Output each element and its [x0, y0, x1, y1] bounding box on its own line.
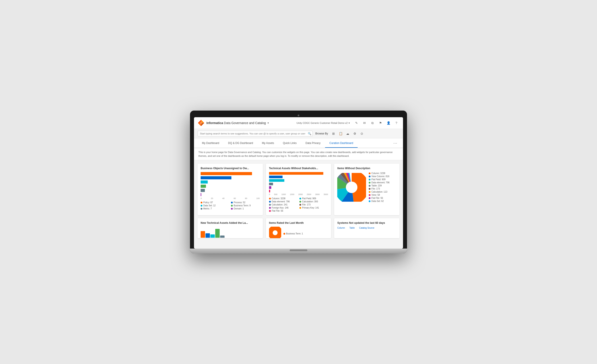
app-title: Informatica Data Governance and Catalog — [206, 121, 266, 125]
widget-5-title: Items Rated the Last Month — [269, 221, 328, 224]
widget-business-objects: Business Objects Unassigned to Ow... — [197, 164, 263, 215]
col-header-1: Column — [337, 227, 345, 229]
browse-icons: ⊞ 📋 ☁ ⚙ ⊙ — [331, 131, 365, 136]
laptop-screen: Informatica Data Governance and Catalog … — [194, 117, 403, 249]
pie-legend-5: Table: 239 — [369, 184, 396, 187]
legend-item-1: Policy: 87 — [201, 201, 229, 204]
informatica-logo — [197, 119, 204, 127]
legend-item-3: Data Set: 12 — [201, 204, 229, 207]
dashboard-info: This is your home page for Data Governan… — [194, 148, 403, 160]
ta-legend-2: Flat Field: 909 — [299, 197, 328, 200]
pie-legend-3: Flat Field: 909 — [369, 178, 396, 181]
items-rated-legend: Business Term: 1 — [283, 232, 324, 235]
bar-chart-1: 020406080100 — [201, 172, 260, 199]
widget-technical-assets: Technical Assets Without Stakeholds... — [266, 164, 331, 215]
items-rated-content: Business Term: 1 — [269, 227, 328, 238]
bar-row-2 — [201, 176, 260, 179]
laptop-bottom — [190, 249, 407, 253]
pie-legend-4: Data element: 796 — [369, 181, 396, 184]
search-bar: 🔍 Browse By ⊞ 📋 ☁ ⚙ ⊙ — [194, 129, 403, 138]
bar-fill-1 — [201, 172, 252, 175]
flag-icon-btn[interactable]: ⚑ — [377, 120, 384, 126]
copy-icon-btn[interactable]: ⧉ — [369, 120, 376, 126]
help-icon-btn[interactable]: ? — [393, 120, 400, 126]
tab-my-dashboard[interactable]: My Dashboard — [197, 139, 224, 148]
hbar-fill-4 — [269, 183, 273, 185]
tab-quick-links[interactable]: Quick Links — [278, 139, 301, 148]
browse-cloud-icon[interactable]: ☁ — [345, 131, 351, 136]
ir-legend-1: Business Term: 1 — [283, 232, 303, 235]
widget-1-title: Business Objects Unassigned to Ow... — [201, 167, 260, 170]
widget-new-technical-assets: New Technical Assets Added the La... — [197, 218, 263, 238]
bar-axis-1: 020406080100 — [201, 197, 260, 199]
widget-items-description: Items Without Description — [334, 164, 400, 215]
bar-row-1 — [201, 172, 260, 175]
pie-legend-9: Flat File: 56 — [369, 197, 396, 199]
hbar-fill-2 — [269, 176, 283, 178]
widget-6-title: Systems Not updated the last 60 days — [337, 221, 396, 224]
hbar-row-1 — [269, 172, 328, 175]
hbar-axis: 0500100015002000250030003500 — [269, 193, 328, 196]
browse-by-label: Browse By — [315, 132, 328, 135]
browse-assets-icon[interactable]: ⊞ — [331, 131, 336, 136]
logo-area: Informatica Data Governance and Catalog … — [197, 119, 269, 127]
search-input-wrap: 🔍 — [197, 131, 313, 136]
ta-legend-8: Primary Key: 141 — [299, 206, 328, 209]
bar-fill-3 — [201, 181, 208, 183]
bar-fill-5 — [201, 189, 205, 192]
org-chevron-icon: ▾ — [349, 122, 350, 124]
hbar-chart: 0500100015002000250030003500 — [269, 172, 328, 196]
widget-2-title: Technical Assets Without Stakeholds... — [269, 167, 328, 170]
bar-row-6 — [201, 193, 260, 196]
header-right: Unity CDGC Generic Customer Retail Demo … — [295, 120, 400, 126]
col-header-3: Catalog Source — [359, 227, 374, 229]
browse-catalog-icon[interactable]: 📋 — [338, 131, 344, 136]
pie-chart-2-svg — [269, 227, 281, 238]
subtitle-chevron: ▾ — [267, 121, 269, 124]
bar-fill-6 — [201, 193, 201, 196]
org-selector[interactable]: Unity CDGC Generic Customer Retail Demo … — [295, 121, 352, 125]
hbar-fill-6 — [269, 190, 270, 192]
widget-3-title: Items Without Description — [337, 167, 396, 170]
tab-data-privacy[interactable]: Data Privacy — [301, 139, 325, 148]
tab-dq-dg[interactable]: DQ & DG Dashboard — [224, 139, 258, 148]
hbar-fill-5 — [269, 186, 271, 189]
browse-scan-icon[interactable]: ⊙ — [359, 131, 365, 136]
mail-icon-btn[interactable]: ✉ — [361, 120, 368, 126]
pie-legend-8: View: 58 — [369, 194, 396, 196]
ta-legend-3: Data element: 796 — [269, 200, 298, 203]
svg-point-16 — [346, 182, 357, 192]
bar-row-5 — [201, 189, 260, 192]
bar-fill-4 — [201, 185, 206, 188]
pie-legend-10: Data Set: 62 — [369, 200, 396, 202]
bar-chart-2 — [201, 227, 260, 238]
org-selector-label: Unity CDGC Generic Customer Retail Demo … — [297, 122, 348, 124]
widget-items-rated: Items Rated the Last Month Business Term… — [266, 218, 331, 238]
hbar-row-6 — [269, 190, 328, 192]
user-icon-btn[interactable]: 👤 — [385, 120, 392, 126]
tab-curation-dashboard[interactable]: Curation Dashboard — [325, 139, 358, 148]
more-tabs-button[interactable]: ⋯ — [391, 138, 400, 148]
legend-item-5: Metric: 7 — [201, 207, 229, 210]
bar-fill-2 — [201, 176, 231, 179]
pie-legend-1: Column: 3238 — [369, 172, 396, 174]
ta-legend-9: Flat File: 56 — [269, 210, 298, 212]
search-input[interactable] — [197, 131, 313, 136]
chart-legend-2: Column: 3238 Flat Field: 909 Data elemen… — [269, 197, 328, 212]
ta-legend-6: File: 173 — [299, 204, 328, 206]
systems-table-header: Column Table Catalog Source — [337, 227, 396, 229]
widgets-row-1: Business Objects Unassigned to Ow... — [197, 164, 400, 215]
pie-legend-7: Calculation: 113 — [369, 191, 396, 193]
browse-connections-icon[interactable]: ⚙ — [352, 131, 358, 136]
hbar-fill-3 — [269, 179, 284, 182]
widget-systems-not-updated: Systems Not updated the last 60 days Col… — [334, 218, 400, 238]
tab-my-assets[interactable]: My Assets — [258, 139, 279, 148]
ta-legend-1: Column: 3238 — [269, 197, 298, 200]
pen-icon-btn[interactable]: ✎ — [353, 120, 360, 126]
hbar-fill-1 — [269, 172, 323, 175]
pie-chart-svg — [337, 173, 366, 202]
search-button[interactable]: 🔍 — [308, 132, 311, 135]
widgets-row-2: New Technical Assets Added the La... Ite… — [197, 218, 400, 238]
bar-row-3 — [201, 181, 260, 183]
pie-legend: Column: 3238 View Column: 816 Flat Field… — [369, 172, 396, 202]
